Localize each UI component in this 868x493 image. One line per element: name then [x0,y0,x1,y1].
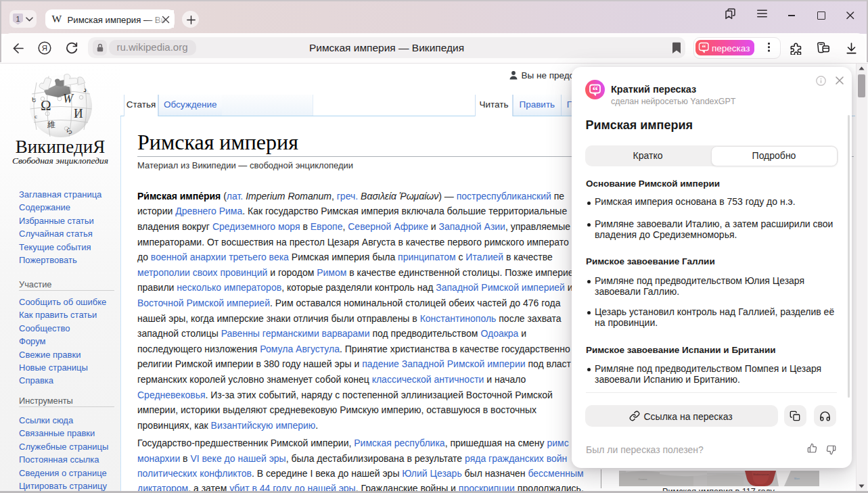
svg-text:ら: ら [66,126,73,135]
svg-text:維: 維 [47,120,55,129]
svg-text:Я: Я [42,44,47,52]
svg-text:Oceanus: Oceanus [638,478,647,481]
svg-text:Ω: Ω [41,97,51,114]
svg-text:“: “ [702,43,706,53]
svg-text:“: “ [592,84,598,97]
svg-text:Mediterraneum: Mediterraneum [753,473,769,476]
svg-text:Ե: Ե [32,97,37,103]
svg-text:Mare: Mare [794,477,800,480]
svg-text:W: W [63,92,74,105]
svg-text:И: И [74,106,83,120]
svg-text:د: د [83,85,87,93]
svg-text:с: с [35,113,37,120]
